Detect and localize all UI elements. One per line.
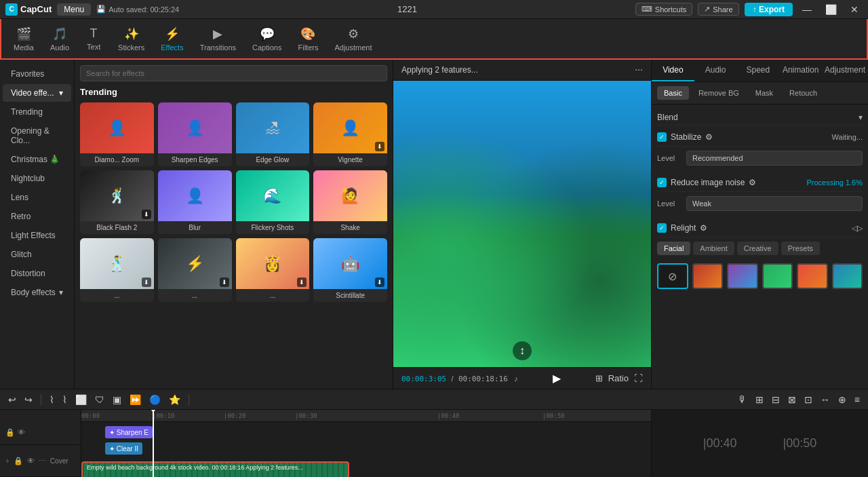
subtab-retouch[interactable]: Retouch bbox=[783, 86, 824, 100]
effect-row2c[interactable]: 👸 ⬇ ... bbox=[236, 238, 310, 302]
relight-thumb-none[interactable]: ⊘ bbox=[657, 263, 688, 289]
search-input[interactable] bbox=[80, 65, 387, 81]
sidebar-item-favorites[interactable]: Favorites bbox=[3, 65, 71, 83]
tool-effects[interactable]: ⚡ Effects bbox=[154, 24, 190, 54]
tab-adjustment[interactable]: Adjustment bbox=[822, 60, 868, 81]
relight-tab-ambient[interactable]: Ambient bbox=[693, 242, 734, 255]
effect-shake[interactable]: 🙋 Shake bbox=[313, 170, 387, 234]
tab-animation[interactable]: Animation bbox=[779, 60, 822, 81]
relight-settings-icon[interactable]: ⚙ bbox=[700, 223, 707, 233]
sidebar-item-body-effects[interactable]: Body effects ▾ bbox=[3, 284, 71, 301]
sidebar-item-nightclub[interactable]: Nightclub bbox=[3, 170, 71, 187]
stabilize-level-select[interactable]: Recommended Low Medium High bbox=[686, 151, 863, 166]
lock-icon-video[interactable]: 🔒 bbox=[14, 457, 23, 465]
restore-button[interactable]: ⬜ bbox=[821, 4, 841, 15]
tool-media[interactable]: 🎬 Media bbox=[7, 24, 41, 54]
redo-button[interactable]: ↪ bbox=[22, 393, 35, 406]
zoom-fit-button[interactable]: ⊞ bbox=[595, 373, 603, 383]
tl-btn-7[interactable]: ≡ bbox=[852, 393, 863, 406]
relight-thumb-1[interactable] bbox=[692, 263, 724, 289]
split-button[interactable]: ⌇ bbox=[47, 393, 57, 406]
color-button[interactable]: 🔵 bbox=[146, 393, 163, 406]
relight-thumb-5[interactable] bbox=[832, 263, 863, 289]
more-icon-video[interactable]: ⋯ bbox=[39, 457, 46, 465]
effect-row2a[interactable]: 🕺 ⬇ ... bbox=[80, 238, 154, 302]
effect-blur[interactable]: 👤 Blur bbox=[158, 170, 232, 234]
tl-btn-5[interactable]: ↔ bbox=[818, 393, 833, 406]
lock-icon-effects[interactable]: 🔒 bbox=[5, 428, 15, 437]
tab-speed[interactable]: Speed bbox=[737, 60, 780, 81]
blend-expand-icon[interactable]: ▾ bbox=[859, 113, 863, 122]
effect-chip-sharpen[interactable]: ✦ Sharpen E bbox=[105, 426, 153, 438]
playhead[interactable] bbox=[153, 410, 154, 477]
sidebar-item-christmas[interactable]: Christmas 🎄 bbox=[3, 151, 71, 168]
eye-icon-video[interactable]: 👁 bbox=[27, 457, 35, 465]
export-button[interactable]: ↑ Export bbox=[745, 3, 793, 16]
effect-edge-glow[interactable]: 🏖 Edge Glow bbox=[236, 102, 310, 166]
tl-btn-3[interactable]: ⊠ bbox=[785, 393, 799, 406]
relight-thumb-4[interactable] bbox=[797, 263, 828, 289]
sidebar-item-distortion[interactable]: Distortion bbox=[3, 265, 71, 282]
add-track-icon[interactable]: + bbox=[5, 457, 9, 465]
video-track[interactable]: Empty wild beach background 4k stock vid… bbox=[81, 461, 349, 477]
effect-diamo-zoom[interactable]: 👤 Diamo... Zoom bbox=[80, 102, 154, 166]
relight-tab-creative[interactable]: Creative bbox=[737, 242, 778, 255]
tl-btn-1[interactable]: ⊞ bbox=[753, 393, 766, 406]
relight-checkbox[interactable]: ✓ bbox=[657, 223, 667, 233]
ratio-button[interactable]: Ratio bbox=[608, 373, 629, 383]
tool-captions[interactable]: 💬 Captions bbox=[245, 24, 288, 54]
sidebar-item-trending[interactable]: Trending bbox=[3, 103, 71, 121]
share-button[interactable]: ↗ Share bbox=[698, 3, 738, 16]
relight-tab-presets[interactable]: Presets bbox=[781, 242, 820, 255]
sidebar-item-light-effects[interactable]: Light Effects bbox=[3, 227, 71, 244]
sidebar-item-retro[interactable]: Retro bbox=[3, 208, 71, 225]
speed-tl-button[interactable]: ⏩ bbox=[127, 393, 144, 406]
effect-sharpen-edges[interactable]: 👤 Sharpen Edges bbox=[158, 102, 232, 166]
stabilize-settings-icon[interactable]: ⚙ bbox=[705, 132, 713, 142]
mic-button[interactable]: 🎙 bbox=[735, 393, 750, 406]
effect-chip-clear[interactable]: ✦ Clear II bbox=[105, 442, 142, 455]
stabilize-checkbox[interactable]: ✓ bbox=[657, 132, 667, 142]
minimize-button[interactable]: — bbox=[798, 4, 816, 15]
effect-flickery[interactable]: 🌊 Flickery Shots bbox=[236, 170, 310, 234]
effect-row2b[interactable]: ⚡ ⬇ ... bbox=[158, 238, 232, 302]
reduce-noise-settings-icon[interactable]: ⚙ bbox=[749, 178, 756, 187]
eye-icon-effects[interactable]: 👁 bbox=[18, 428, 25, 436]
tool-text[interactable]: T Text bbox=[79, 24, 108, 54]
tl-btn-4[interactable]: ⊡ bbox=[802, 393, 815, 406]
relight-thumb-2[interactable] bbox=[727, 263, 758, 289]
trim-button[interactable]: ⌇ bbox=[60, 393, 70, 406]
sidebar-item-video-effects[interactable]: Video effe... ▾ bbox=[3, 84, 71, 102]
sidebar-item-lens[interactable]: Lens bbox=[3, 189, 71, 206]
tab-audio[interactable]: Audio bbox=[694, 60, 737, 81]
tool-transitions[interactable]: ▶ Transitions bbox=[193, 24, 243, 54]
fullscreen-button[interactable]: ⛶ bbox=[634, 373, 643, 383]
effect-black-flash-2[interactable]: 🕺 ⬇ Black Flash 2 bbox=[80, 170, 154, 234]
shield-button[interactable]: 🛡 bbox=[92, 393, 107, 406]
undo-button[interactable]: ↩ bbox=[5, 393, 19, 406]
effect-vignette[interactable]: 👤 ⬇ Vignette bbox=[313, 102, 387, 166]
menu-button[interactable]: Menu bbox=[57, 3, 91, 16]
reduce-noise-checkbox[interactable]: ✓ bbox=[657, 178, 667, 187]
play-button[interactable]: ▶ bbox=[553, 372, 561, 385]
subtab-mask[interactable]: Mask bbox=[749, 86, 780, 100]
close-button[interactable]: ✕ bbox=[846, 4, 863, 15]
relight-expand-icon1[interactable]: ◁▷ bbox=[852, 224, 863, 233]
crop-button[interactable]: ⬜ bbox=[73, 393, 90, 406]
relight-thumb-3[interactable] bbox=[762, 263, 793, 289]
tl-btn-6[interactable]: ⊕ bbox=[835, 393, 849, 406]
relight-tab-facial[interactable]: Facial bbox=[657, 242, 690, 255]
frame-button[interactable]: ▣ bbox=[110, 393, 124, 406]
tool-audio[interactable]: 🎵 Audio bbox=[43, 24, 76, 54]
tl-btn-2[interactable]: ⊟ bbox=[769, 393, 783, 406]
effect-scintillate[interactable]: 🤖 ⬇ Scintillate bbox=[313, 238, 387, 302]
star-button[interactable]: ⭐ bbox=[166, 393, 183, 406]
tab-video[interactable]: Video bbox=[652, 60, 694, 81]
tool-adjustment[interactable]: ⚙ Adjustment bbox=[328, 24, 378, 54]
preview-menu-icon[interactable]: ⋯ bbox=[635, 65, 643, 75]
shortcuts-button[interactable]: ⌨ Shortcuts bbox=[635, 3, 692, 16]
sidebar-item-glitch[interactable]: Glitch bbox=[3, 246, 71, 263]
subtab-remove-bg[interactable]: Remove BG bbox=[692, 86, 746, 100]
tool-stickers[interactable]: ✨ Stickers bbox=[111, 24, 151, 54]
tool-filters[interactable]: 🎨 Filters bbox=[291, 24, 325, 54]
